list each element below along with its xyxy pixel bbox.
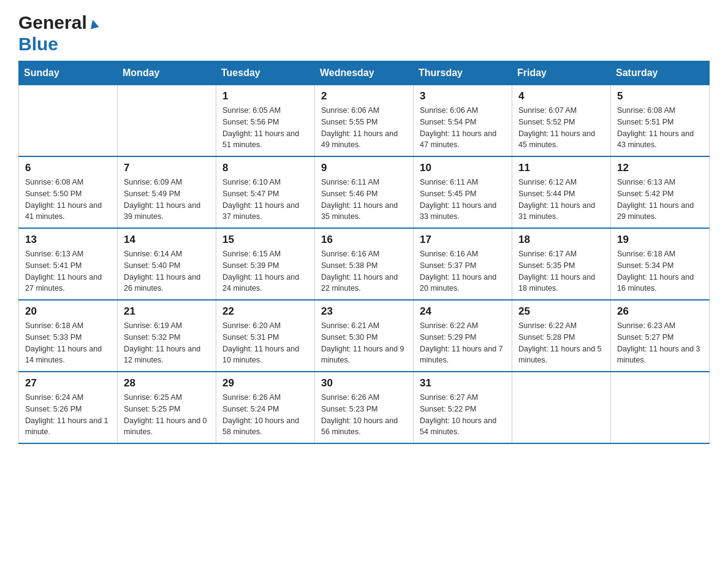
calendar-cell: 26Sunrise: 6:23 AM Sunset: 5:27 PM Dayli… — [611, 300, 710, 372]
calendar-cell: 12Sunrise: 6:13 AM Sunset: 5:42 PM Dayli… — [611, 156, 710, 228]
calendar-cell: 28Sunrise: 6:25 AM Sunset: 5:25 PM Dayli… — [118, 372, 216, 443]
day-number: 24 — [420, 305, 506, 318]
calendar-cell — [118, 85, 216, 157]
logo-text: General Blue — [18, 12, 99, 55]
day-info: Sunrise: 6:15 AM Sunset: 5:39 PM Dayligh… — [222, 248, 308, 294]
calendar-cell: 15Sunrise: 6:15 AM Sunset: 5:39 PM Dayli… — [216, 228, 315, 300]
calendar-cell: 11Sunrise: 6:12 AM Sunset: 5:44 PM Dayli… — [512, 156, 611, 228]
day-info: Sunrise: 6:25 AM Sunset: 5:25 PM Dayligh… — [124, 392, 210, 438]
calendar-cell: 30Sunrise: 6:26 AM Sunset: 5:23 PM Dayli… — [315, 372, 414, 443]
day-number: 28 — [124, 377, 210, 389]
logo-general: General — [18, 12, 99, 34]
day-number: 9 — [321, 162, 407, 174]
day-info: Sunrise: 6:16 AM Sunset: 5:38 PM Dayligh… — [321, 248, 407, 294]
day-number: 31 — [420, 377, 506, 389]
logo: General Blue — [18, 12, 99, 55]
calendar-cell: 25Sunrise: 6:22 AM Sunset: 5:28 PM Dayli… — [512, 300, 611, 372]
calendar-cell — [19, 85, 118, 157]
day-info: Sunrise: 6:11 AM Sunset: 5:45 PM Dayligh… — [420, 177, 506, 223]
day-number: 26 — [617, 305, 703, 318]
day-number: 22 — [222, 305, 308, 318]
calendar-cell: 24Sunrise: 6:22 AM Sunset: 5:29 PM Dayli… — [414, 300, 512, 372]
day-info: Sunrise: 6:14 AM Sunset: 5:40 PM Dayligh… — [124, 248, 210, 294]
day-info: Sunrise: 6:16 AM Sunset: 5:37 PM Dayligh… — [420, 248, 506, 294]
day-number: 3 — [420, 90, 506, 102]
day-info: Sunrise: 6:22 AM Sunset: 5:29 PM Dayligh… — [420, 320, 506, 366]
calendar-header-row: SundayMondayTuesdayWednesdayThursdayFrid… — [19, 61, 710, 85]
day-number: 4 — [518, 90, 604, 102]
day-number: 7 — [124, 162, 210, 174]
day-info: Sunrise: 6:06 AM Sunset: 5:54 PM Dayligh… — [420, 105, 506, 151]
calendar-cell: 18Sunrise: 6:17 AM Sunset: 5:35 PM Dayli… — [512, 228, 611, 300]
day-number: 10 — [420, 162, 506, 174]
calendar-week-row: 13Sunrise: 6:13 AM Sunset: 5:41 PM Dayli… — [19, 228, 710, 300]
calendar-week-row: 27Sunrise: 6:24 AM Sunset: 5:26 PM Dayli… — [19, 372, 710, 443]
calendar-cell: 4Sunrise: 6:07 AM Sunset: 5:52 PM Daylig… — [512, 85, 611, 157]
day-number: 18 — [518, 234, 604, 246]
calendar-header-wednesday: Wednesday — [315, 61, 414, 85]
day-number: 11 — [518, 162, 604, 174]
calendar-cell: 16Sunrise: 6:16 AM Sunset: 5:38 PM Dayli… — [315, 228, 414, 300]
calendar-table: SundayMondayTuesdayWednesdayThursdayFrid… — [18, 61, 710, 444]
calendar-cell: 3Sunrise: 6:06 AM Sunset: 5:54 PM Daylig… — [414, 85, 512, 157]
calendar-cell: 23Sunrise: 6:21 AM Sunset: 5:30 PM Dayli… — [315, 300, 414, 372]
calendar-cell: 19Sunrise: 6:18 AM Sunset: 5:34 PM Dayli… — [611, 228, 710, 300]
calendar-cell: 21Sunrise: 6:19 AM Sunset: 5:32 PM Dayli… — [118, 300, 216, 372]
day-info: Sunrise: 6:23 AM Sunset: 5:27 PM Dayligh… — [617, 320, 703, 366]
calendar-week-row: 6Sunrise: 6:08 AM Sunset: 5:50 PM Daylig… — [19, 156, 710, 228]
day-number: 17 — [420, 234, 506, 246]
day-info: Sunrise: 6:20 AM Sunset: 5:31 PM Dayligh… — [222, 320, 308, 366]
calendar-cell: 10Sunrise: 6:11 AM Sunset: 5:45 PM Dayli… — [414, 156, 512, 228]
day-number: 29 — [222, 377, 308, 389]
day-info: Sunrise: 6:09 AM Sunset: 5:49 PM Dayligh… — [124, 177, 210, 223]
day-number: 20 — [25, 305, 111, 318]
calendar-cell: 1Sunrise: 6:05 AM Sunset: 5:56 PM Daylig… — [216, 85, 315, 157]
day-info: Sunrise: 6:24 AM Sunset: 5:26 PM Dayligh… — [25, 392, 111, 438]
svg-marker-0 — [88, 19, 99, 29]
calendar-cell: 20Sunrise: 6:18 AM Sunset: 5:33 PM Dayli… — [19, 300, 118, 372]
day-info: Sunrise: 6:06 AM Sunset: 5:55 PM Dayligh… — [321, 105, 407, 151]
calendar-cell — [512, 372, 611, 443]
calendar-cell: 8Sunrise: 6:10 AM Sunset: 5:47 PM Daylig… — [216, 156, 315, 228]
day-info: Sunrise: 6:08 AM Sunset: 5:50 PM Dayligh… — [25, 177, 111, 223]
calendar-cell: 31Sunrise: 6:27 AM Sunset: 5:22 PM Dayli… — [414, 372, 512, 443]
day-info: Sunrise: 6:18 AM Sunset: 5:34 PM Dayligh… — [617, 248, 703, 294]
calendar-cell: 5Sunrise: 6:08 AM Sunset: 5:51 PM Daylig… — [611, 85, 710, 157]
calendar-header-tuesday: Tuesday — [216, 61, 315, 85]
day-info: Sunrise: 6:19 AM Sunset: 5:32 PM Dayligh… — [124, 320, 210, 366]
day-number: 16 — [321, 234, 407, 246]
day-info: Sunrise: 6:10 AM Sunset: 5:47 PM Dayligh… — [222, 177, 308, 223]
calendar-header-thursday: Thursday — [414, 61, 512, 85]
calendar-cell: 13Sunrise: 6:13 AM Sunset: 5:41 PM Dayli… — [19, 228, 118, 300]
calendar-cell — [611, 372, 710, 443]
day-number: 19 — [617, 234, 703, 246]
calendar-cell: 22Sunrise: 6:20 AM Sunset: 5:31 PM Dayli… — [216, 300, 315, 372]
day-number: 27 — [25, 377, 111, 389]
calendar-cell: 6Sunrise: 6:08 AM Sunset: 5:50 PM Daylig… — [19, 156, 118, 228]
day-info: Sunrise: 6:26 AM Sunset: 5:23 PM Dayligh… — [321, 392, 407, 438]
calendar-cell: 7Sunrise: 6:09 AM Sunset: 5:49 PM Daylig… — [118, 156, 216, 228]
calendar-week-row: 20Sunrise: 6:18 AM Sunset: 5:33 PM Dayli… — [19, 300, 710, 372]
calendar-cell: 9Sunrise: 6:11 AM Sunset: 5:46 PM Daylig… — [315, 156, 414, 228]
day-number: 15 — [222, 234, 308, 246]
day-info: Sunrise: 6:22 AM Sunset: 5:28 PM Dayligh… — [518, 320, 604, 366]
day-info: Sunrise: 6:21 AM Sunset: 5:30 PM Dayligh… — [321, 320, 407, 366]
day-number: 30 — [321, 377, 407, 389]
day-info: Sunrise: 6:07 AM Sunset: 5:52 PM Dayligh… — [518, 105, 604, 151]
calendar-header-sunday: Sunday — [19, 61, 118, 85]
day-info: Sunrise: 6:17 AM Sunset: 5:35 PM Dayligh… — [518, 248, 604, 294]
day-number: 12 — [617, 162, 703, 174]
calendar-header-friday: Friday — [512, 61, 611, 85]
day-number: 14 — [124, 234, 210, 246]
calendar-cell: 27Sunrise: 6:24 AM Sunset: 5:26 PM Dayli… — [19, 372, 118, 443]
day-info: Sunrise: 6:13 AM Sunset: 5:42 PM Dayligh… — [617, 177, 703, 223]
day-info: Sunrise: 6:11 AM Sunset: 5:46 PM Dayligh… — [321, 177, 407, 223]
day-info: Sunrise: 6:18 AM Sunset: 5:33 PM Dayligh… — [25, 320, 111, 366]
calendar-cell: 14Sunrise: 6:14 AM Sunset: 5:40 PM Dayli… — [118, 228, 216, 300]
day-info: Sunrise: 6:08 AM Sunset: 5:51 PM Dayligh… — [617, 105, 703, 151]
calendar-cell: 17Sunrise: 6:16 AM Sunset: 5:37 PM Dayli… — [414, 228, 512, 300]
day-info: Sunrise: 6:13 AM Sunset: 5:41 PM Dayligh… — [25, 248, 111, 294]
day-number: 23 — [321, 305, 407, 318]
page-header: General Blue — [18, 12, 710, 55]
calendar-cell: 29Sunrise: 6:26 AM Sunset: 5:24 PM Dayli… — [216, 372, 315, 443]
